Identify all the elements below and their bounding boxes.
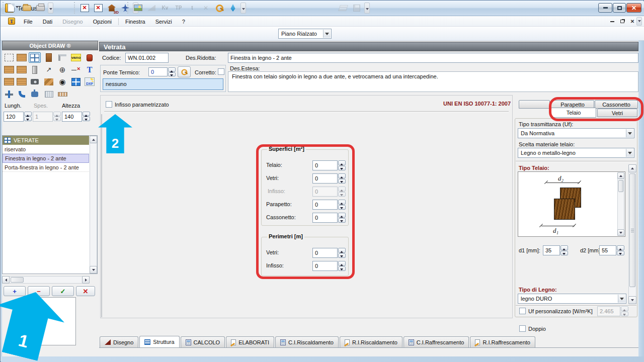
- tab-struttura[interactable]: Struttura: [139, 336, 179, 347]
- uf-personalizzato-checkbox[interactable]: [519, 308, 526, 314]
- scroll-up-button[interactable]: [628, 164, 636, 172]
- tab-blank[interactable]: [519, 100, 550, 109]
- menu-help[interactable]: ?: [177, 16, 190, 27]
- dxf-import-tool[interactable]: DXF: [84, 76, 96, 87]
- confirm-button[interactable]: ✓: [52, 286, 74, 296]
- lungh-spinner[interactable]: [24, 112, 32, 121]
- measure-tool[interactable]: [43, 64, 55, 75]
- scroll-right-button[interactable]: [82, 276, 90, 284]
- open-button[interactable]: [21, 3, 33, 14]
- window-frame-tool[interactable]: [70, 76, 82, 87]
- spin-up[interactable]: [621, 306, 628, 311]
- scroll-down-button[interactable]: [90, 266, 97, 274]
- ponte-termico-spinner[interactable]: [168, 67, 176, 76]
- tab-elaborati[interactable]: ELABORATI: [226, 336, 274, 347]
- render-button[interactable]: [132, 3, 144, 14]
- mdi-close-button[interactable]: ✕: [628, 18, 636, 25]
- spin-down[interactable]: [53, 117, 61, 121]
- tab-cassonetto[interactable]: Cassonetto: [595, 100, 638, 109]
- chevron-down-icon[interactable]: [618, 295, 625, 303]
- toolbar-overflow-1[interactable]: [48, 3, 53, 14]
- maximize-button[interactable]: [613, 3, 626, 13]
- center-mark-tool[interactable]: [56, 64, 68, 75]
- spin-down[interactable]: [338, 218, 346, 223]
- object-tool[interactable]: [84, 52, 96, 63]
- tab-disegno[interactable]: Disegno: [100, 336, 138, 347]
- altezza-input[interactable]: [62, 112, 82, 122]
- ramp-tool[interactable]: [43, 76, 55, 87]
- object-list-header[interactable]: VETRATE: [3, 136, 89, 145]
- per-infisso-input[interactable]: [312, 261, 338, 271]
- scroll-down-button[interactable]: [628, 296, 636, 304]
- des-ridotta-input[interactable]: [228, 53, 638, 63]
- ponte-termico-input[interactable]: [148, 67, 168, 76]
- corretto-checkbox[interactable]: [218, 68, 224, 75]
- spin-down[interactable]: [338, 205, 346, 210]
- des-estesa-textarea[interactable]: Finestra con telaio singolo in legno a d…: [228, 71, 638, 92]
- list-item[interactable]: Porta-finestra in legno - 2 ante: [3, 163, 89, 172]
- tab-vetri[interactable]: Vetri: [597, 109, 637, 117]
- floor-heating-tool[interactable]: [56, 89, 68, 100]
- pipe-elbow-tool[interactable]: [16, 89, 28, 100]
- spin-up[interactable]: [83, 112, 90, 116]
- d2-spinner[interactable]: [617, 245, 624, 255]
- view-3d-button[interactable]: 3D: [106, 3, 118, 14]
- sup-cassonetto-spinner[interactable]: [338, 213, 346, 223]
- spin-down[interactable]: [617, 251, 624, 256]
- spin-up[interactable]: [338, 248, 346, 253]
- sup-cassonetto-input[interactable]: [312, 213, 338, 223]
- vano-tool[interactable]: vano: [70, 52, 82, 63]
- sup-telaio-spinner[interactable]: [338, 160, 346, 170]
- wall-e1-tool[interactable]: [3, 64, 15, 75]
- erase-line-tool[interactable]: [70, 64, 82, 75]
- menu-opzioni[interactable]: Opzioni: [88, 16, 117, 27]
- scroll-up-button[interactable]: [90, 136, 97, 143]
- column-tool[interactable]: [29, 64, 41, 75]
- window-tool[interactable]: [29, 52, 41, 63]
- tab-ci-raffrescamento[interactable]: C.I.Raffrescamento: [404, 336, 469, 347]
- valve-tool[interactable]: [29, 89, 41, 100]
- thermal-wall-tool[interactable]: [16, 76, 28, 87]
- pipe-fitting-tool[interactable]: [3, 89, 15, 100]
- add-item-button[interactable]: +: [4, 286, 26, 296]
- sup-parapetto-spinner[interactable]: [338, 200, 346, 210]
- tab-calcolo[interactable]: CALCOLO: [181, 336, 225, 347]
- spin-down[interactable]: [621, 312, 628, 317]
- floor-tool[interactable]: [3, 76, 15, 87]
- sup-vetri-spinner[interactable]: [338, 173, 346, 184]
- tab-telaio[interactable]: Telaio: [551, 108, 596, 118]
- chevron-down-icon[interactable]: [323, 30, 331, 38]
- scroll-down-button[interactable]: [617, 229, 624, 236]
- wall-tool[interactable]: [16, 52, 28, 63]
- cancel-button[interactable]: ✕: [76, 286, 95, 296]
- door-tool[interactable]: [43, 52, 55, 63]
- toolbar-overflow-4[interactable]: [364, 3, 370, 14]
- codice-input[interactable]: [125, 53, 169, 63]
- close-button[interactable]: ✕: [626, 3, 641, 13]
- ponte-termico-value-field[interactable]: nessuno: [103, 78, 223, 90]
- north-arrow-tool[interactable]: [56, 76, 68, 87]
- chevron-down-icon[interactable]: [626, 149, 633, 157]
- camera-tool[interactable]: [29, 76, 41, 87]
- menubar-overflow-button[interactable]: [636, 17, 642, 26]
- tipo-legno-select[interactable]: legno DURO: [518, 294, 626, 304]
- floor-selector[interactable]: Piano Rialzato: [278, 29, 332, 39]
- spin-up[interactable]: [338, 173, 346, 178]
- toolbar-overflow-3[interactable]: [240, 3, 246, 14]
- corner-tool[interactable]: [56, 52, 68, 63]
- spin-down[interactable]: [338, 166, 346, 171]
- minimize-button[interactable]: [598, 3, 612, 13]
- spin-down[interactable]: [560, 251, 568, 256]
- list-item[interactable]: riservato: [3, 145, 89, 154]
- menu-servizi[interactable]: Servizi: [150, 16, 177, 27]
- altezza-spinner[interactable]: [83, 112, 90, 121]
- spin-down[interactable]: [83, 117, 90, 121]
- doppio-checkbox[interactable]: [519, 325, 526, 332]
- window-view-1-button[interactable]: ✕: [78, 3, 91, 14]
- per-vetri-input[interactable]: [312, 248, 338, 258]
- panel-scroll-thumb[interactable]: [629, 173, 635, 287]
- menu-file[interactable]: File: [19, 16, 38, 27]
- text-tool[interactable]: T: [84, 64, 96, 75]
- mdi-restore-button[interactable]: [618, 18, 626, 25]
- spin-down[interactable]: [168, 72, 176, 77]
